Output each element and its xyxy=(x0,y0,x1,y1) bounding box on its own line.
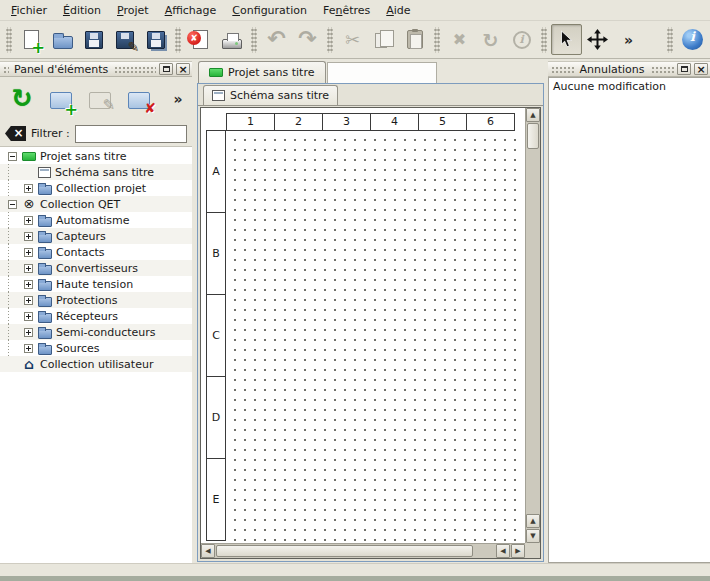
toolbar-handle[interactable] xyxy=(434,27,440,53)
scroll-up-button-bottom[interactable] xyxy=(526,514,540,528)
element-panel-title[interactable]: Panel d'éléments xyxy=(0,61,192,77)
new-file-button[interactable] xyxy=(16,24,47,55)
menu-item-configuration[interactable]: Configuration xyxy=(224,0,315,20)
tree-item-capteurs[interactable]: Capteurs xyxy=(0,228,192,244)
tree-expander-plus[interactable] xyxy=(24,280,33,289)
tree-item-collection-utilisateur[interactable]: Collection utilisateur xyxy=(0,356,192,372)
tree-expander-plus[interactable] xyxy=(24,344,33,353)
vertical-scrollbar[interactable] xyxy=(525,108,540,543)
tree-item-projet-sans-titre[interactable]: Projet sans titre xyxy=(0,148,192,164)
vertical-scroll-thumb[interactable] xyxy=(527,123,539,149)
save-all-button[interactable] xyxy=(140,24,171,55)
tree-indent xyxy=(0,260,19,276)
scroll-down-button[interactable] xyxy=(526,529,540,543)
menu-item-aide[interactable]: Aide xyxy=(378,0,418,20)
tree-expander-minus[interactable] xyxy=(8,152,17,161)
tree-item-label: Projet sans titre xyxy=(40,150,127,163)
dock-float-button[interactable] xyxy=(677,63,691,75)
undo-button[interactable] xyxy=(261,24,292,55)
folder-icon xyxy=(38,249,52,259)
schema-tab[interactable]: Schéma sans titre xyxy=(203,85,338,105)
dock-grip[interactable] xyxy=(113,65,156,73)
new-file-icon xyxy=(24,30,39,49)
tree-expander-minus[interactable] xyxy=(8,200,17,209)
menu-item-projet[interactable]: Projet xyxy=(109,0,157,20)
scroll-left-button-right[interactable] xyxy=(496,544,510,558)
edit-element-button[interactable] xyxy=(84,81,116,117)
cut-button[interactable] xyxy=(337,24,368,55)
tree-item-collection-qet[interactable]: Collection QET xyxy=(0,196,192,212)
menu-item-fenetres[interactable]: Fenêtres xyxy=(315,0,378,20)
tree-item-label: Convertisseurs xyxy=(56,262,138,275)
tree-expander-plus[interactable] xyxy=(24,216,33,225)
dock-float-button[interactable] xyxy=(159,63,173,75)
toolbar-handle[interactable] xyxy=(667,27,673,53)
redo-button[interactable] xyxy=(292,24,323,55)
tree-expander-plus[interactable] xyxy=(24,312,33,321)
horizontal-scrollbar[interactable] xyxy=(201,543,525,558)
tree-expander-plus[interactable] xyxy=(24,232,33,241)
undo-item-no-modification[interactable]: Aucune modification xyxy=(549,78,710,95)
tree-item-haute-tension[interactable]: Haute tension xyxy=(0,276,192,292)
tree-item-semi-conducteurs[interactable]: Semi-conducteurs xyxy=(0,324,192,340)
rotate-button[interactable] xyxy=(475,24,506,55)
print-button[interactable] xyxy=(216,24,247,55)
pan-mode-button[interactable] xyxy=(582,24,613,55)
menu-item-edition[interactable]: Édition xyxy=(55,0,109,20)
toolbar-handle[interactable] xyxy=(6,27,12,53)
save-file-button[interactable] xyxy=(78,24,109,55)
toolbar-handle[interactable] xyxy=(175,27,181,53)
paste-button[interactable] xyxy=(399,24,430,55)
tree-expander-plus[interactable] xyxy=(24,248,33,257)
project-tab[interactable]: Projet sans titre xyxy=(198,61,326,83)
undo-dock-title[interactable]: Annulations xyxy=(548,61,710,77)
menu-item-fichier[interactable]: Fichier xyxy=(3,0,55,20)
menu-item-affichage[interactable]: Affichage xyxy=(157,0,225,20)
tree-expander-plus[interactable] xyxy=(24,264,33,273)
select-mode-button[interactable] xyxy=(551,24,582,55)
copy-button[interactable] xyxy=(368,24,399,55)
tree-item-contacts[interactable]: Contacts xyxy=(0,244,192,260)
dock-grip[interactable] xyxy=(650,65,674,73)
save-file-as-button[interactable] xyxy=(109,24,140,55)
dock-close-button[interactable] xyxy=(176,63,190,75)
about-button[interactable] xyxy=(677,24,708,55)
reload-collections-button[interactable] xyxy=(6,81,38,117)
tree-item-collection-projet[interactable]: Collection projet xyxy=(0,180,192,196)
edit-element-icon xyxy=(89,92,111,109)
tree-indent xyxy=(0,228,19,244)
undo-icon xyxy=(265,29,289,51)
close-file-button[interactable] xyxy=(185,24,216,55)
conductor-info-button[interactable] xyxy=(506,24,537,55)
dock-grip[interactable] xyxy=(2,65,9,73)
filter-input[interactable] xyxy=(75,125,187,143)
diagram-canvas[interactable]: 123456 ABCDE xyxy=(201,108,525,543)
tree-item-schema-sans-titre[interactable]: Schéma sans titre xyxy=(0,164,192,180)
clear-filter-button[interactable] xyxy=(5,126,26,141)
toolbar-overflow-button[interactable] xyxy=(613,24,644,55)
element-tree: Projet sans titreSchéma sans titreCollec… xyxy=(0,146,192,563)
panel-overflow-button[interactable] xyxy=(170,81,186,117)
tree-item-protections[interactable]: Protections xyxy=(0,292,192,308)
delete-element-button[interactable] xyxy=(123,81,155,117)
tree-item-automatisme[interactable]: Automatisme xyxy=(0,212,192,228)
scroll-right-button[interactable] xyxy=(511,544,525,558)
tree-item-recepteurs[interactable]: Récepteurs xyxy=(0,308,192,324)
toolbar-handle[interactable] xyxy=(541,27,547,53)
open-file-button[interactable] xyxy=(47,24,78,55)
horizontal-scroll-thumb[interactable] xyxy=(216,545,473,557)
tree-item-sources[interactable]: Sources xyxy=(0,340,192,356)
dock-close-button[interactable] xyxy=(694,63,708,75)
dock-grip[interactable] xyxy=(550,65,574,73)
tree-expander-plus[interactable] xyxy=(24,328,33,337)
tree-item-convertisseurs[interactable]: Convertisseurs xyxy=(0,260,192,276)
toolbar-handle[interactable] xyxy=(327,27,333,53)
tree-expander-plus[interactable] xyxy=(24,296,33,305)
tree-indent xyxy=(0,308,19,324)
delete-button[interactable] xyxy=(444,24,475,55)
scroll-left-button[interactable] xyxy=(201,544,215,558)
new-element-button[interactable] xyxy=(45,81,77,117)
scroll-up-button[interactable] xyxy=(526,108,540,122)
toolbar-handle[interactable] xyxy=(251,27,257,53)
tree-expander-plus[interactable] xyxy=(24,184,33,193)
